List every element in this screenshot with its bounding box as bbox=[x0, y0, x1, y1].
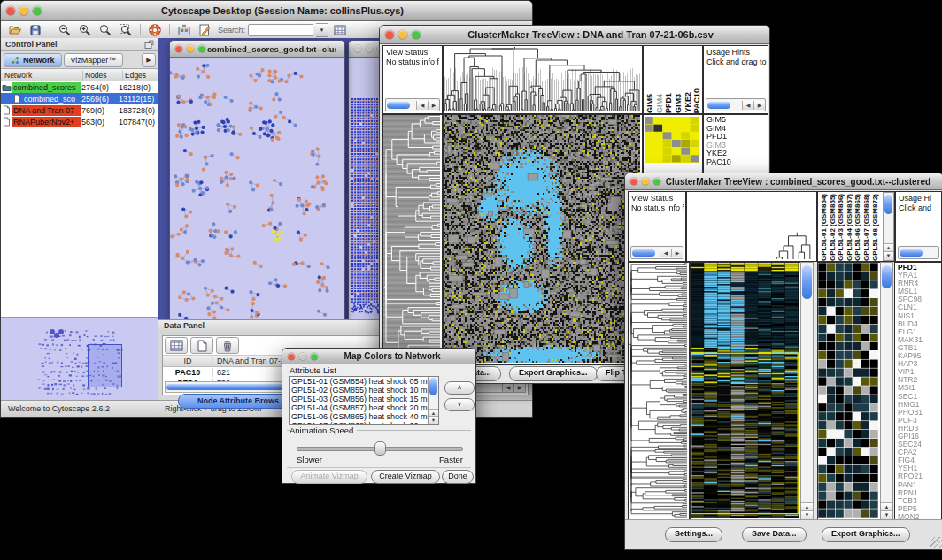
help-lifesaver-icon[interactable] bbox=[146, 22, 164, 37]
save-icon[interactable] bbox=[27, 22, 44, 37]
zoom-out-icon[interactable] bbox=[56, 22, 73, 37]
scrollbar-thumb[interactable] bbox=[882, 265, 892, 288]
heatmap-panel[interactable] bbox=[690, 262, 801, 520]
network-tree-row[interactable]: combined_scores2764(0)16218(0) bbox=[1, 81, 158, 93]
network-overview-canvas[interactable] bbox=[3, 319, 155, 398]
search-input[interactable] bbox=[248, 24, 313, 36]
heatmap-panel[interactable] bbox=[443, 114, 643, 365]
zoom-vscrollbar[interactable]: ▲ ▼ bbox=[880, 262, 893, 520]
tab-network[interactable]: Network bbox=[4, 53, 62, 67]
close-button[interactable] bbox=[630, 178, 637, 185]
heatmap-canvas[interactable] bbox=[691, 263, 799, 518]
scrollbar-thumb[interactable] bbox=[884, 195, 892, 214]
speed-slider-thumb[interactable] bbox=[374, 441, 386, 456]
scrollbar-thumb[interactable] bbox=[387, 102, 410, 109]
zoom-fit-icon[interactable] bbox=[117, 22, 135, 37]
scrollbar-thumb[interactable] bbox=[632, 249, 655, 257]
attribute-item[interactable]: GPL51-04 (GSM857) heat shock 20 min bbox=[290, 403, 438, 412]
main-titlebar[interactable]: Cytoscape Desktop (Session Name: collins… bbox=[1, 1, 532, 21]
network-canvas[interactable] bbox=[170, 58, 343, 319]
scroll-left-icon[interactable]: ◀ bbox=[502, 383, 513, 392]
attribute-list-scrollbar[interactable]: ▲ ▼ bbox=[428, 377, 438, 424]
zoom-actual-icon[interactable] bbox=[97, 22, 114, 37]
annotation-icon[interactable] bbox=[196, 22, 213, 37]
scrollbar-thumb[interactable] bbox=[707, 102, 730, 109]
node-attribute-browser-tab[interactable]: Node Attribute Brows bbox=[178, 394, 298, 409]
scroll-right-icon[interactable]: ▶ bbox=[513, 383, 525, 392]
minimize-button[interactable] bbox=[19, 6, 28, 15]
attribute-item[interactable]: GPL51-07 (GSM868) heat shock 60 min bbox=[290, 421, 438, 425]
zoom-heatmap-canvas[interactable] bbox=[645, 117, 699, 163]
mini-hscrollbar[interactable] bbox=[898, 246, 939, 259]
dialog-titlebar[interactable]: Map Colors to Network bbox=[282, 349, 475, 364]
maximize-button[interactable] bbox=[311, 353, 318, 360]
network-window-1[interactable]: combined_scores_good.txt--cluste... bbox=[169, 40, 345, 319]
heatmap-canvas[interactable] bbox=[444, 115, 640, 363]
gene-dendrogram-panel[interactable] bbox=[382, 114, 443, 365]
scroll-right-icon[interactable]: ▶ bbox=[671, 249, 683, 257]
tab-overflow-button[interactable]: ▶ bbox=[142, 53, 156, 67]
minimize-button[interactable] bbox=[398, 30, 407, 39]
resize-grip[interactable] bbox=[930, 537, 942, 548]
minimize-button[interactable] bbox=[366, 45, 373, 52]
scrollbar-thumb[interactable] bbox=[900, 249, 923, 257]
attribute-item[interactable]: GPL51-03 (GSM856) heat shock 15 min bbox=[290, 395, 438, 403]
network-tree-row[interactable]: combined_sco2569(6)13112(15) bbox=[1, 93, 158, 104]
column-dendrogram-canvas[interactable] bbox=[687, 192, 815, 259]
float-panel-icon[interactable] bbox=[144, 40, 154, 50]
close-button[interactable] bbox=[6, 6, 15, 15]
minimize-button[interactable] bbox=[187, 45, 194, 52]
save-data-button[interactable]: Save Data... bbox=[742, 527, 807, 542]
scrollbar-thumb[interactable] bbox=[802, 265, 812, 299]
network-window-1-titlebar[interactable]: combined_scores_good.txt--cluste... bbox=[170, 41, 344, 58]
delete-attribute-icon[interactable] bbox=[216, 337, 239, 354]
column-dendrogram-panel[interactable] bbox=[686, 191, 817, 262]
animate-vizmap-button[interactable]: Animate Vizmap bbox=[291, 470, 367, 484]
zoom-heatmap-panel[interactable] bbox=[817, 262, 881, 520]
export-graphics-button[interactable]: Export Graphics... bbox=[822, 527, 910, 542]
open-file-icon[interactable] bbox=[6, 22, 24, 37]
scroll-right-icon[interactable]: ▶ bbox=[753, 101, 765, 110]
close-button[interactable] bbox=[385, 30, 394, 39]
tab-vizmapper[interactable]: VizMapper™ bbox=[64, 53, 124, 67]
treeview2-titlebar[interactable]: ClusterMaker TreeView : combined_scores_… bbox=[625, 173, 942, 190]
zoom-in-icon[interactable] bbox=[76, 22, 94, 37]
close-button[interactable] bbox=[175, 45, 182, 52]
scroll-left-icon[interactable]: ◀ bbox=[742, 101, 753, 110]
minimize-button[interactable] bbox=[642, 178, 649, 185]
network-overview-panel[interactable] bbox=[1, 317, 158, 401]
minimize-button[interactable] bbox=[299, 353, 306, 360]
zoom-heatmap-canvas[interactable] bbox=[818, 263, 878, 518]
maximize-button[interactable] bbox=[412, 30, 421, 39]
done-button[interactable]: Done bbox=[442, 470, 474, 484]
scroll-right-icon[interactable]: ▶ bbox=[428, 101, 439, 110]
column-labels-scrollbar[interactable]: ▲ ▼ bbox=[883, 192, 894, 261]
attribute-list[interactable]: GPL51-01 (GSM854) heat shock 05 minGPL51… bbox=[289, 376, 439, 425]
mini-hscrollbar[interactable]: ◀ ▶ bbox=[385, 98, 440, 111]
attribute-item[interactable]: GPL51-06 (GSM865) heat shock 40 min bbox=[290, 412, 438, 421]
new-attribute-icon[interactable] bbox=[190, 337, 213, 354]
maximize-button[interactable] bbox=[653, 178, 660, 185]
plugin-icon[interactable] bbox=[175, 22, 193, 37]
scroll-down-icon[interactable]: ▼ bbox=[429, 416, 438, 424]
scroll-down-icon[interactable]: ▼ bbox=[801, 510, 813, 519]
settings-button[interactable]: Settings... bbox=[665, 527, 722, 542]
mini-hscrollbar[interactable]: ◀ ▶ bbox=[706, 98, 766, 111]
treeview1-titlebar[interactable]: ClusterMaker TreeView : DNA and Tran 07-… bbox=[380, 26, 769, 44]
maximize-button[interactable] bbox=[33, 6, 42, 15]
move-up-button[interactable]: ∧ bbox=[444, 381, 475, 395]
scrollbar-thumb[interactable] bbox=[429, 378, 437, 395]
attribute-item[interactable]: GPL51-01 (GSM854) heat shock 05 min bbox=[290, 377, 438, 386]
scroll-left-icon[interactable]: ◀ bbox=[416, 101, 428, 110]
gene-dendrogram-canvas[interactable] bbox=[629, 263, 687, 518]
network-tree-row[interactable]: DNA and Tran 07769(0)183728(0) bbox=[1, 104, 158, 116]
scroll-down-icon[interactable]: ▼ bbox=[884, 251, 893, 260]
maximize-button[interactable] bbox=[198, 45, 205, 52]
mini-hscrollbar[interactable]: ◀ ▶ bbox=[630, 246, 683, 259]
column-dendrogram-canvas[interactable] bbox=[444, 46, 640, 111]
search-dropdown-button[interactable]: ▼ bbox=[316, 23, 328, 37]
gene-dendrogram-panel[interactable] bbox=[628, 262, 690, 520]
column-dendrogram-panel[interactable] bbox=[443, 45, 643, 114]
attribute-select-icon[interactable] bbox=[165, 337, 188, 354]
table-import-icon[interactable] bbox=[331, 22, 349, 37]
